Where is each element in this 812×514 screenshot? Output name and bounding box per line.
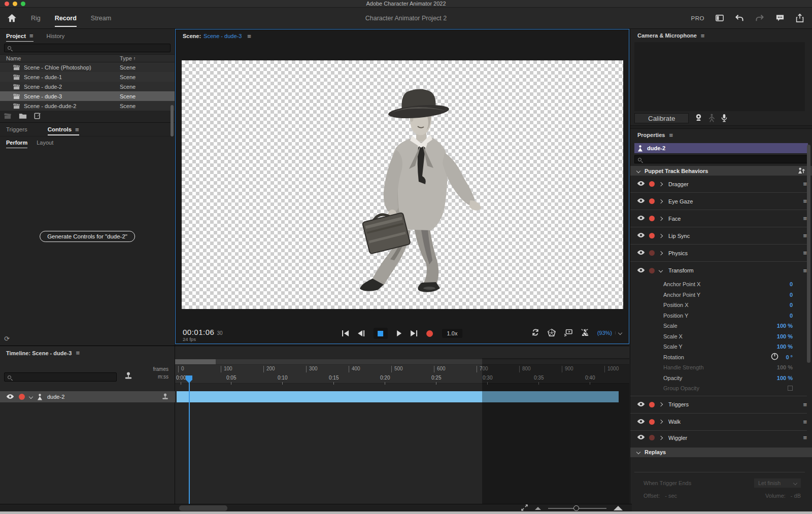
arm-record-dot[interactable] <box>649 268 655 273</box>
arm-record-dot[interactable] <box>19 394 25 400</box>
tab-layout[interactable]: Layout <box>37 136 53 149</box>
live-tracking-icon[interactable] <box>581 328 589 337</box>
behavior-row-face[interactable]: Face ≡ <box>630 210 807 227</box>
tab-stream[interactable]: Stream <box>91 8 111 29</box>
arm-record-dot[interactable] <box>649 181 655 187</box>
expand-chevron-icon[interactable] <box>659 199 663 203</box>
eye-icon[interactable] <box>637 181 645 187</box>
behavior-row-transform[interactable]: Transform ≡ <box>630 262 807 279</box>
track-header-dude-2[interactable]: dude-2 <box>0 391 175 402</box>
expand-chevron-icon[interactable] <box>659 435 663 439</box>
behavior-menu-icon[interactable]: ≡ <box>803 434 807 441</box>
share-icon[interactable] <box>796 14 804 23</box>
eye-icon[interactable] <box>637 401 645 408</box>
behavior-menu-icon[interactable]: ≡ <box>803 250 807 256</box>
timeline-zoom-knob[interactable] <box>573 505 579 511</box>
next-frame-button[interactable] <box>411 330 417 336</box>
zoom-dropdown-chevron-icon[interactable] <box>615 331 622 334</box>
project-search-input[interactable] <box>4 44 171 52</box>
property-value[interactable]: 0 <box>790 302 793 308</box>
layout-panel-icon[interactable] <box>716 15 724 22</box>
home-icon[interactable] <box>7 14 17 23</box>
timecode[interactable]: 00:01:06 <box>183 328 214 336</box>
behavior-menu-icon[interactable]: ≡ <box>803 181 807 187</box>
tab-rig[interactable]: Rig <box>31 8 41 29</box>
behavior-row-walk[interactable]: Walk ≡ <box>630 414 807 431</box>
property-value[interactable]: 0 <box>790 292 793 298</box>
behavior-menu-icon[interactable]: ≡ <box>803 198 807 204</box>
scene-name-link[interactable]: Scene - dude-3 <box>204 33 242 39</box>
arm-record-dot[interactable] <box>649 198 655 204</box>
horizontal-scrollbar[interactable] <box>179 505 227 511</box>
project-menu-icon[interactable]: ≡ <box>29 32 33 39</box>
stream-output-icon[interactable] <box>564 329 572 337</box>
track-pin-icon[interactable] <box>124 372 133 381</box>
fit-timeline-icon[interactable] <box>521 504 528 512</box>
eye-icon[interactable] <box>637 215 645 222</box>
timeline-zoom-thumb[interactable] <box>175 359 216 364</box>
properties-scrollbar[interactable] <box>807 145 810 363</box>
scene-canvas[interactable] <box>182 60 623 309</box>
expand-chevron-icon[interactable] <box>659 251 663 255</box>
behavior-row-wiggler[interactable]: Wiggler ≡ <box>630 431 807 445</box>
puppet-track-behaviors-header[interactable]: Puppet Track Behaviors <box>630 166 812 176</box>
behavior-menu-icon[interactable]: ≡ <box>803 267 807 274</box>
undo-icon[interactable] <box>735 14 744 23</box>
column-name[interactable]: Name <box>0 55 120 61</box>
tab-project[interactable]: Project≡ <box>6 29 33 43</box>
behavior-row-lip-sync[interactable]: Lip Sync ≡ <box>630 227 807 245</box>
eye-icon[interactable] <box>637 198 645 204</box>
new-item-icon[interactable] <box>34 112 41 120</box>
viewer-menu-icon[interactable]: ≡ <box>247 33 251 40</box>
timeline-track-area[interactable]: 0 100 200 300 400 500 600 700 800 900 10… <box>175 346 629 504</box>
behavior-row-triggers[interactable]: Triggers ≡ <box>630 396 807 414</box>
puppet-track-selected[interactable]: dude-2 <box>634 143 808 153</box>
scene-row[interactable]: Scene - dude-1 Scene <box>0 72 175 82</box>
collapse-chevron-icon[interactable] <box>29 395 33 399</box>
arm-record-dot[interactable] <box>649 250 655 256</box>
timeline-search-input[interactable] <box>4 372 117 382</box>
generate-controls-button[interactable]: Generate Controls for "dude-2" <box>40 231 135 242</box>
tab-history[interactable]: History <box>47 29 65 43</box>
property-value[interactable]: 0 ° <box>786 354 793 360</box>
zoom-in-timeline-icon[interactable] <box>614 506 623 510</box>
loop-icon[interactable] <box>531 329 539 337</box>
expand-chevron-icon[interactable] <box>659 233 663 237</box>
project-list-scrollbar[interactable] <box>171 105 174 136</box>
rotation-dial-icon[interactable] <box>771 353 779 361</box>
microphone-icon[interactable] <box>721 114 727 123</box>
eye-icon[interactable] <box>637 250 645 256</box>
mss-unit-label[interactable]: m:ss <box>153 373 168 381</box>
replays-header[interactable]: Replays <box>630 448 812 457</box>
property-value[interactable]: 0 <box>790 281 793 287</box>
redo-icon[interactable] <box>755 14 764 23</box>
column-type[interactable]: Type↑ <box>120 55 175 61</box>
track-pin-icon[interactable] <box>161 393 169 401</box>
webcam-icon[interactable] <box>695 114 702 123</box>
collapse-chevron-icon[interactable] <box>659 268 663 272</box>
body-tracking-icon[interactable] <box>708 114 715 123</box>
scene-row-selected[interactable]: Scene - dude-3 Scene <box>0 91 175 101</box>
behavior-menu-icon[interactable]: ≡ <box>803 419 807 425</box>
behavior-row-eye-gaze[interactable]: Eye Gaze ≡ <box>630 193 807 210</box>
properties-menu-icon[interactable]: ≡ <box>669 132 673 139</box>
scene-row[interactable]: Scene - dude-dude-2 Scene <box>0 101 175 111</box>
property-value[interactable]: 100 % <box>777 323 793 329</box>
properties-search-input[interactable] <box>634 155 808 163</box>
playhead-line[interactable] <box>189 376 190 504</box>
expand-chevron-icon[interactable] <box>659 402 663 406</box>
feedback-icon[interactable] <box>775 14 785 23</box>
eye-icon[interactable] <box>637 232 645 239</box>
arm-record-dot[interactable] <box>649 402 655 407</box>
expand-chevron-icon[interactable] <box>659 216 663 220</box>
arm-record-dot[interactable] <box>649 435 655 440</box>
behavior-menu-icon[interactable]: ≡ <box>803 401 807 408</box>
behavior-menu-icon[interactable]: ≡ <box>803 215 807 222</box>
previous-frame-button[interactable] <box>358 330 364 336</box>
behavior-row-physics[interactable]: Physics ≡ <box>630 245 807 262</box>
timeline-zoom-slider[interactable] <box>548 508 606 509</box>
play-button[interactable] <box>397 330 401 336</box>
eye-icon[interactable] <box>6 394 14 400</box>
behavior-menu-icon[interactable]: ≡ <box>803 232 807 239</box>
expand-chevron-icon[interactable] <box>659 182 663 186</box>
